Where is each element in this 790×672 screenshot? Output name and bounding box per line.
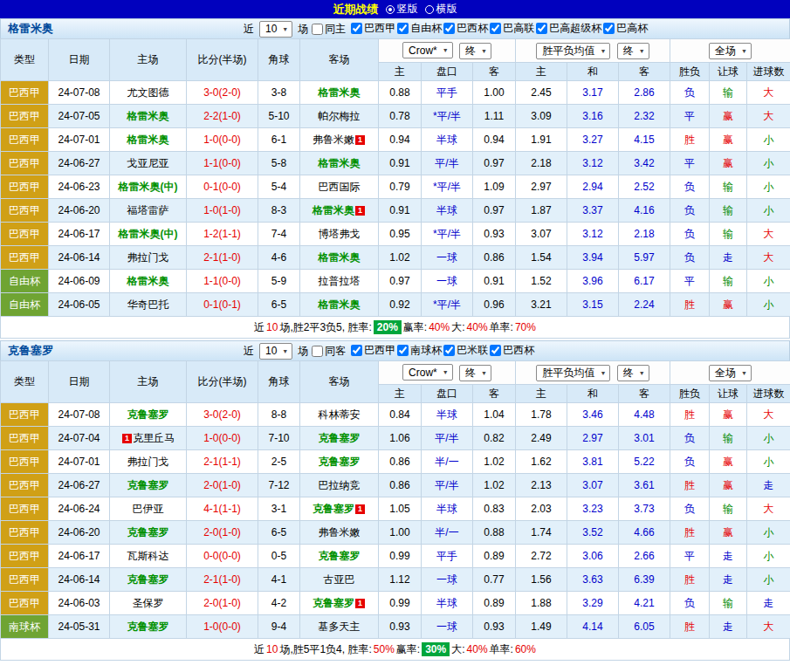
league-filter[interactable]: 巴西杯 bbox=[490, 343, 534, 358]
scope-select[interactable]: 全场 ▼ bbox=[709, 43, 752, 59]
team-name[interactable]: 格雷米奥 bbox=[127, 110, 169, 122]
odds-final-select[interactable]: 终 ▼ bbox=[459, 43, 491, 59]
league-checkbox[interactable] bbox=[536, 23, 547, 34]
league-filter[interactable]: 巴西甲 bbox=[351, 343, 395, 358]
team-name[interactable]: 克里丘马 bbox=[133, 432, 175, 444]
team-name[interactable]: 克鲁塞罗 bbox=[313, 597, 354, 609]
team-name[interactable]: 格雷米奥 bbox=[319, 86, 361, 99]
team-name[interactable]: 格雷米奥 bbox=[319, 298, 361, 311]
same-venue-checkbox[interactable] bbox=[312, 24, 323, 35]
score-cell: 1-2(1-1) bbox=[187, 223, 258, 246]
league-filter[interactable]: 南球杯 bbox=[397, 343, 442, 358]
league-filter[interactable]: 自由杯 bbox=[397, 21, 442, 36]
same-venue-checkbox[interactable] bbox=[312, 346, 323, 357]
team-name[interactable]: 圣保罗 bbox=[133, 597, 164, 609]
team-name[interactable]: 克鲁塞罗 bbox=[127, 526, 169, 538]
odds-home-cell: 0.92 bbox=[379, 293, 422, 317]
league-cell: 巴西甲 bbox=[1, 474, 49, 497]
league-filter[interactable]: 巴高杯 bbox=[603, 21, 648, 36]
team-name[interactable]: 弗拉门戈 bbox=[127, 251, 169, 264]
team-name[interactable]: 瓦斯科达 bbox=[127, 550, 169, 562]
team-name[interactable]: 克鲁塞罗 bbox=[127, 573, 169, 586]
league-filter[interactable]: 巴高联 bbox=[490, 21, 534, 36]
league-label: 巴西杯 bbox=[503, 343, 534, 358]
league-filter[interactable]: 巴高超级杯 bbox=[536, 21, 601, 36]
odds-source-value: Crow* bbox=[409, 367, 437, 379]
team-name[interactable]: 福塔雷萨 bbox=[127, 204, 169, 216]
league-checkbox[interactable] bbox=[397, 345, 409, 356]
team-name[interactable]: 帕尔梅拉 bbox=[319, 110, 361, 122]
team-name[interactable]: 尤文图德 bbox=[127, 86, 169, 99]
team-name[interactable]: 克鲁塞罗 bbox=[127, 621, 169, 633]
league-filter[interactable]: 巴西杯 bbox=[443, 21, 488, 36]
team-name[interactable]: 格雷米奥 bbox=[127, 275, 169, 287]
league-label: 巴西甲 bbox=[364, 343, 395, 358]
league-checkbox[interactable] bbox=[490, 23, 501, 34]
odds-source-select[interactable]: Crow* ▼ bbox=[402, 42, 453, 58]
league-checkbox[interactable] bbox=[490, 345, 501, 356]
team-name[interactable]: 基多天主 bbox=[319, 621, 361, 633]
team-name[interactable]: 格雷米奥(中) bbox=[119, 228, 178, 240]
team-name[interactable]: 克鲁塞罗 bbox=[319, 550, 361, 562]
odds-source-select[interactable]: Crow* ▼ bbox=[402, 364, 453, 381]
team-section: 克鲁塞罗 近 10 ▼ 场 同客 巴西甲南球杯巴米联巴西杯 bbox=[0, 340, 790, 661]
team-name[interactable]: 克鲁塞罗 bbox=[127, 479, 169, 491]
team-name[interactable]: 戈亚尼亚 bbox=[127, 157, 169, 169]
league-checkbox[interactable] bbox=[443, 23, 455, 34]
league-checkbox[interactable] bbox=[603, 23, 615, 34]
team-name[interactable]: 巴西国际 bbox=[319, 181, 361, 193]
avg-draw-cell: 3.06 bbox=[567, 545, 619, 568]
handicap-result-cell: 走 bbox=[710, 615, 747, 639]
sub-header-odds-away: 客 bbox=[473, 385, 516, 403]
sub-header-odds-away: 客 bbox=[473, 63, 516, 81]
avg-source-select[interactable]: 胜平负均值 ▼ bbox=[536, 365, 610, 381]
team-name[interactable]: 克鲁塞罗 bbox=[127, 408, 169, 421]
layout-option-vertical[interactable]: 竖版 bbox=[386, 2, 418, 17]
odds-final-select[interactable]: 终 ▼ bbox=[459, 365, 491, 381]
goals-cell: 走 bbox=[747, 592, 790, 615]
team-name[interactable]: 弗鲁米嫩 bbox=[313, 134, 354, 146]
avg-final-select[interactable]: 终 ▼ bbox=[617, 365, 649, 381]
team-name[interactable]: 克鲁塞罗 bbox=[313, 503, 354, 515]
layout-option-horizontal[interactable]: 横版 bbox=[425, 2, 457, 17]
team-name[interactable]: 拉普拉塔 bbox=[319, 275, 361, 287]
handicap-cell: 半球 bbox=[422, 128, 473, 152]
team-name[interactable]: 克鲁塞罗 bbox=[319, 456, 361, 468]
avg-final-select[interactable]: 终 ▼ bbox=[617, 43, 649, 59]
league-checkbox[interactable] bbox=[351, 23, 362, 34]
handicap-cell: 半球 bbox=[422, 403, 473, 427]
scope-select[interactable]: 全场 ▼ bbox=[709, 365, 752, 381]
team-name[interactable]: 弗鲁米嫩 bbox=[319, 526, 361, 538]
team-name[interactable]: 格雷米奥 bbox=[319, 157, 361, 169]
league-filter[interactable]: 巴米联 bbox=[443, 343, 488, 358]
team-name[interactable]: 巴拉纳竞 bbox=[319, 479, 361, 491]
team-name[interactable]: 格雷米奥 bbox=[313, 204, 354, 216]
team-name[interactable]: 华奇巴托 bbox=[127, 298, 169, 311]
away-team-cell: 克鲁塞罗 bbox=[300, 450, 379, 474]
match-count-select[interactable]: 10 ▼ bbox=[259, 343, 292, 360]
score-cell: 3-0(2-0) bbox=[187, 403, 258, 427]
away-team-cell: 格雷米奥1 bbox=[300, 199, 379, 223]
team-name[interactable]: 巴伊亚 bbox=[133, 503, 164, 515]
team-name[interactable]: 古亚巴 bbox=[324, 573, 355, 586]
odds-home-cell: 1.00 bbox=[379, 521, 422, 545]
match-count-select[interactable]: 10 ▼ bbox=[259, 21, 292, 38]
team-name[interactable]: 弗拉门戈 bbox=[127, 456, 169, 468]
league-checkbox[interactable] bbox=[397, 23, 409, 34]
same-venue-filter[interactable]: 同主 bbox=[312, 22, 346, 37]
team-name[interactable]: 博塔弗戈 bbox=[319, 228, 361, 240]
radio-selected-icon[interactable] bbox=[386, 5, 395, 14]
date-cell: 24-07-01 bbox=[49, 128, 110, 152]
team-name[interactable]: 格雷米奥 bbox=[127, 134, 169, 146]
same-venue-filter[interactable]: 同客 bbox=[312, 344, 346, 359]
league-checkbox[interactable] bbox=[443, 345, 455, 356]
team-name[interactable]: 格雷米奥(中) bbox=[119, 181, 178, 193]
team-name[interactable]: 科林蒂安 bbox=[319, 408, 361, 421]
avg-source-select[interactable]: 胜平负均值 ▼ bbox=[536, 43, 610, 59]
league-filter[interactable]: 巴西甲 bbox=[351, 21, 395, 36]
radio-unselected-icon[interactable] bbox=[425, 5, 434, 14]
summary-segment: 近 bbox=[254, 320, 264, 335]
team-name[interactable]: 克鲁塞罗 bbox=[319, 432, 361, 444]
team-name[interactable]: 格雷米奥 bbox=[319, 251, 361, 264]
league-checkbox[interactable] bbox=[351, 345, 362, 356]
